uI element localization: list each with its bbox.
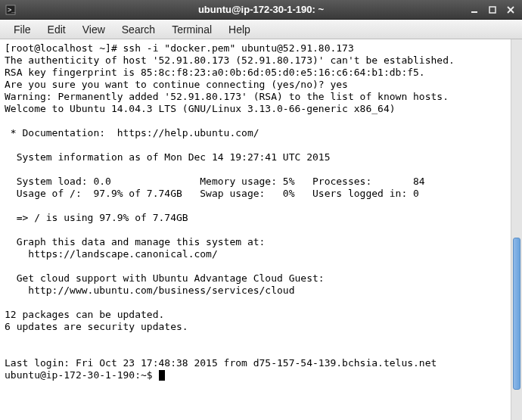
terminal-line: * Documentation: https://help.ubuntu.com… bbox=[5, 127, 259, 138]
svg-rect-3 bbox=[489, 7, 496, 13]
menu-file[interactable]: File bbox=[6, 22, 39, 37]
menu-help[interactable]: Help bbox=[221, 22, 258, 37]
menu-edit[interactable]: Edit bbox=[40, 22, 73, 37]
terminal-line: https://landscape.canonical.com/ bbox=[5, 248, 218, 260]
terminal-line: Graph this data and manage this system a… bbox=[5, 236, 265, 247]
menu-terminal[interactable]: Terminal bbox=[164, 22, 219, 37]
menu-search[interactable]: Search bbox=[114, 22, 163, 37]
terminal-prompt: ubuntu@ip-172-30-1-190:~$ bbox=[5, 369, 159, 381]
terminal-line: Welcome to Ubuntu 14.04.3 LTS (GNU/Linux… bbox=[5, 103, 396, 114]
terminal-line: Are you sure you want to continue connec… bbox=[5, 79, 348, 90]
svg-text:>_: >_ bbox=[8, 6, 16, 14]
terminal-line: RSA key fingerprint is 85:8c:f8:23:a0:0b… bbox=[5, 67, 425, 78]
minimize-button[interactable] bbox=[466, 3, 483, 17]
cursor-icon bbox=[159, 370, 165, 381]
terminal-line: System information as of Mon Dec 14 19:2… bbox=[5, 151, 330, 163]
terminal-line: Warning: Permanently added '52.91.80.173… bbox=[5, 91, 449, 102]
close-button[interactable] bbox=[502, 3, 519, 17]
terminal-line: => / is using 97.9% of 7.74GB bbox=[5, 212, 188, 223]
menu-view[interactable]: View bbox=[75, 22, 113, 37]
terminal-line: The authenticity of host '52.91.80.173 (… bbox=[5, 54, 455, 66]
window-controls bbox=[466, 3, 519, 17]
terminal-line: http://www.ubuntu.com/business/services/… bbox=[5, 285, 295, 296]
terminal-container: [root@localhost ~]# ssh -i "docker.pem" … bbox=[0, 39, 522, 420]
terminal-output[interactable]: [root@localhost ~]# ssh -i "docker.pem" … bbox=[0, 39, 511, 420]
terminal-line: Usage of /: 97.9% of 7.74GB Swap usage: … bbox=[5, 188, 419, 199]
terminal-line: System load: 0.0 Memory usage: 5% Proces… bbox=[5, 176, 425, 187]
terminal-line: 6 updates are security updates. bbox=[5, 321, 188, 332]
terminal-line: [root@localhost ~]# ssh -i "docker.pem" … bbox=[5, 42, 354, 54]
scrollbar[interactable] bbox=[511, 39, 522, 420]
maximize-button[interactable] bbox=[484, 3, 501, 17]
terminal-line: Last login: Fri Oct 23 17:48:38 2015 fro… bbox=[5, 357, 437, 369]
window-titlebar: >_ ubuntu@ip-172-30-1-190: ~ bbox=[0, 0, 522, 20]
menubar: File Edit View Search Terminal Help bbox=[0, 20, 522, 39]
window-title: ubuntu@ip-172-30-1-190: ~ bbox=[198, 4, 324, 15]
terminal-line: 12 packages can be updated. bbox=[5, 309, 164, 320]
scroll-thumb[interactable] bbox=[513, 238, 520, 390]
terminal-app-icon: >_ bbox=[5, 4, 17, 16]
terminal-line: Get cloud support with Ubuntu Advantage … bbox=[5, 272, 325, 284]
